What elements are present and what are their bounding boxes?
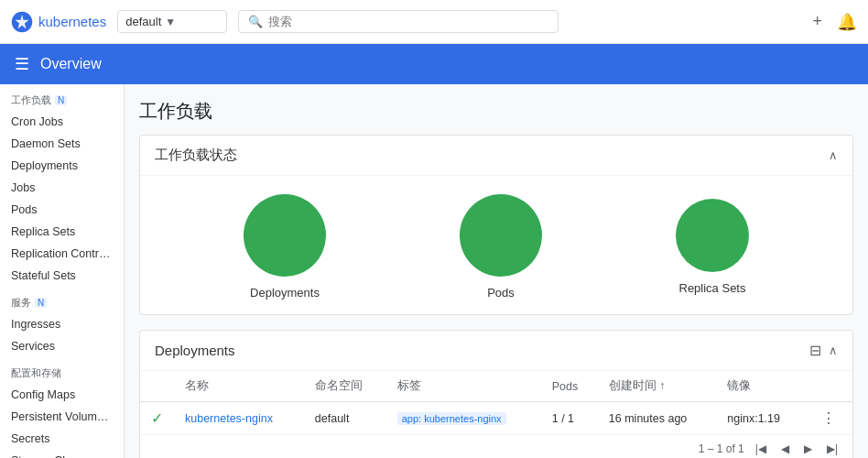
sidebar-item-pvc[interactable]: Persistent Volume Claims <box>0 406 124 428</box>
sidebar-section-title-services: 服务 N <box>0 287 124 313</box>
deployments-table-container: 名称 命名空间 标签 Pods 创建时间 ↑ 镜像 ✓ kubernetes- <box>140 371 852 458</box>
page-header: ☰ Overview <box>0 44 868 84</box>
add-icon[interactable]: + <box>812 12 822 31</box>
deployments-row-0-created: 16 minutes ago <box>598 402 717 435</box>
workload-status-card: 工作负载状态 ∧ Deployments Pods Replica Sets <box>139 135 853 315</box>
deployments-card-actions: ⊟ ∧ <box>809 342 838 359</box>
sidebar-item-config-maps[interactable]: Config Maps <box>0 384 124 406</box>
deployments-row-0-image: nginx:1.19 <box>716 402 805 435</box>
sidebar-item-replication-controllers[interactable]: Replication Controllers <box>0 243 124 265</box>
sidebar-section-workloads: 工作负载 N Cron Jobs Daemon Sets Deployments… <box>0 84 124 287</box>
deployments-col-image: 镜像 <box>716 371 805 402</box>
deployments-col-labels: 标签 <box>386 371 541 402</box>
sidebar-item-jobs[interactable]: Jobs <box>0 177 124 199</box>
status-item-replica-sets: Replica Sets <box>676 199 749 295</box>
status-card-actions: ∧ <box>829 148 838 162</box>
deployments-card-header: Deployments ⊟ ∧ <box>140 331 852 371</box>
sidebar-item-services[interactable]: Services <box>0 335 124 357</box>
services-badge: N <box>35 298 47 308</box>
sidebar-section-services: 服务 N Ingresses Services <box>0 287 124 357</box>
deployments-col-actions <box>805 371 852 402</box>
sidebar-section-config: 配置和存储 Config Maps Persistent Volume Clai… <box>0 357 124 458</box>
namespace-value: default <box>125 15 161 28</box>
search-icon: 🔍 <box>248 15 263 28</box>
search-input[interactable] <box>268 15 548 28</box>
collapse-icon[interactable]: ∧ <box>829 148 838 162</box>
deployments-col-pods: Pods <box>541 371 598 402</box>
deployments-row-0-status: ✓ <box>140 402 174 435</box>
sidebar-item-ingresses[interactable]: Ingresses <box>0 313 124 335</box>
filter-icon[interactable]: ⊟ <box>809 342 821 359</box>
sidebar-section-title-workloads: 工作负载 N <box>0 84 124 111</box>
main-section-title: 工作负载 <box>139 99 853 124</box>
kubernetes-logo-icon <box>11 11 33 33</box>
logo-text: kubernetes <box>38 14 106 29</box>
replica-sets-circle <box>676 199 749 272</box>
pagination-last-icon[interactable]: ▶| <box>823 441 841 457</box>
sidebar-section-title-config: 配置和存储 <box>0 357 124 384</box>
deployments-label: Deployments <box>250 286 320 300</box>
sidebar-item-stateful-sets[interactable]: Stateful Sets <box>0 265 124 287</box>
sidebar-item-replica-sets[interactable]: Replica Sets <box>0 221 124 243</box>
deployment-label-tag: app: kubernetes-nginx <box>397 412 506 425</box>
topbar-right: + 🔔 <box>812 12 857 32</box>
sidebar-item-daemon-sets[interactable]: Daemon Sets <box>0 133 124 155</box>
topbar: kubernetes default ▼ 🔍 + 🔔 <box>0 0 868 44</box>
collapse-deployments-icon[interactable]: ∧ <box>829 344 838 357</box>
namespace-dropdown[interactable]: default ▼ <box>117 10 227 33</box>
sidebar-item-pods[interactable]: Pods <box>0 199 124 221</box>
notification-icon[interactable]: 🔔 <box>837 12 857 32</box>
logo: kubernetes <box>11 11 106 33</box>
deployments-col-created: 创建时间 ↑ <box>598 371 717 402</box>
status-item-pods: Pods <box>460 194 542 300</box>
deployments-col-name: 名称 <box>174 371 304 402</box>
deployments-row-0-namespace: default <box>304 402 386 435</box>
menu-icon[interactable]: ☰ <box>15 54 29 74</box>
page-title: Overview <box>40 56 102 72</box>
deployments-circle <box>244 194 326 277</box>
pagination-prev-icon[interactable]: ◀ <box>777 441 793 457</box>
status-card-title: 工作负载状态 <box>155 147 237 164</box>
deployments-col-namespace: 命名空间 <box>304 371 386 402</box>
workloads-badge: N <box>55 95 67 105</box>
status-circles-row: Deployments Pods Replica Sets <box>140 176 852 314</box>
deployments-row-0: ✓ kubernetes-nginx default app: kubernet… <box>140 402 852 435</box>
deployments-pagination-text: 1 – 1 of 1 <box>699 442 744 455</box>
sidebar-item-cron-jobs[interactable]: Cron Jobs <box>0 111 124 133</box>
sidebar-item-secrets[interactable]: Secrets <box>0 428 124 450</box>
pods-circle <box>460 194 542 277</box>
pagination-first-icon[interactable]: |◀ <box>752 441 770 457</box>
deployments-row-0-pods: 1 / 1 <box>541 402 598 435</box>
sidebar-item-storage-classes[interactable]: Storage Classes <box>0 450 124 458</box>
search-bar: 🔍 <box>238 10 559 33</box>
pods-label: Pods <box>487 286 515 300</box>
main-content: 工作负载 工作负载状态 ∧ Deployments Pods <box>125 84 868 458</box>
sidebar: 工作负载 N Cron Jobs Daemon Sets Deployments… <box>0 84 125 458</box>
deployments-table: 名称 命名空间 标签 Pods 创建时间 ↑ 镜像 ✓ kubernetes- <box>140 371 852 434</box>
status-card-header: 工作负载状态 ∧ <box>140 136 852 176</box>
deployments-table-footer: 1 – 1 of 1 |◀ ◀ ▶ ▶| <box>140 434 852 458</box>
deployments-col-status <box>140 371 174 402</box>
replica-sets-label: Replica Sets <box>679 281 746 295</box>
deployments-row-0-more: ⋮ <box>805 402 852 435</box>
sidebar-item-deployments[interactable]: Deployments <box>0 155 124 177</box>
deployments-row-0-labels: app: kubernetes-nginx <box>386 402 541 435</box>
chevron-down-icon: ▼ <box>165 16 176 28</box>
deployments-table-header-row: 名称 命名空间 标签 Pods 创建时间 ↑ 镜像 <box>140 371 852 402</box>
deployments-card-title: Deployments <box>155 343 235 358</box>
pagination-next-icon[interactable]: ▶ <box>800 441 816 457</box>
status-check-icon: ✓ <box>151 410 163 426</box>
status-item-deployments: Deployments <box>244 194 326 300</box>
layout: 工作负载 N Cron Jobs Daemon Sets Deployments… <box>0 84 868 458</box>
deployment-name-link[interactable]: kubernetes-nginx <box>185 412 273 425</box>
deployments-row-0-name: kubernetes-nginx <box>174 402 304 435</box>
deployments-card: Deployments ⊟ ∧ 名称 命名空间 标签 Pods <box>139 330 853 458</box>
more-options-icon[interactable]: ⋮ <box>816 409 841 428</box>
